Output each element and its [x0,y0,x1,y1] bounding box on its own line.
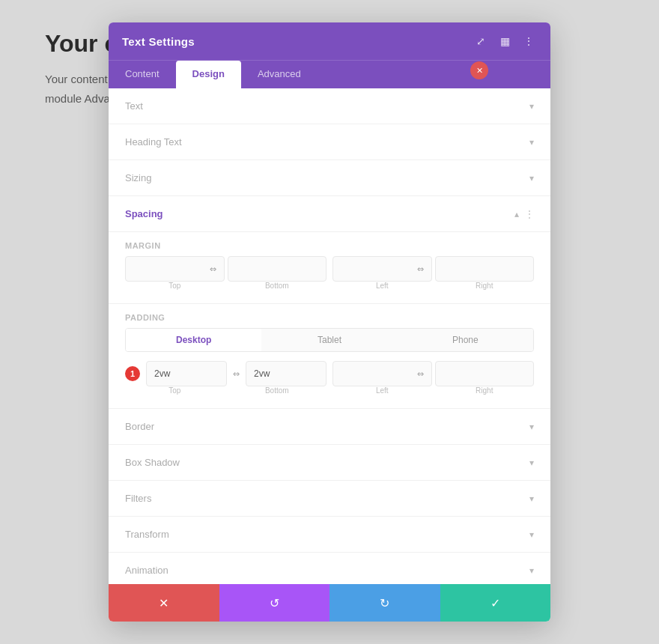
section-animation[interactable]: Animation ▾ [109,553,550,584]
chevron-text: ▾ [529,101,534,112]
modal-title: Text Settings [122,35,195,48]
section-spacing-label: Spacing [125,208,163,219]
columns-icon[interactable]: ▦ [496,33,513,49]
save-button[interactable]: ✓ [440,584,551,622]
padding-left-label: Left [332,386,432,395]
padding-section: Padding Desktop Tablet Phone 1 2vw [109,313,550,409]
tab-content[interactable]: Content [109,61,176,88]
redo-button[interactable]: ↻ [330,584,440,622]
section-filters[interactable]: Filters ▾ [109,481,550,517]
margin-bottom-field[interactable] [228,256,327,282]
margin-bottom-label: Bottom [228,282,327,290]
margin-right-label: Right [435,282,535,290]
close-modal-button[interactable]: ✕ [470,61,488,79]
margin-left-label: Left [332,282,432,290]
margin-top-bottom: ⇔ Top Bottom [125,256,327,290]
margin-top-bottom-inputs: ⇔ [125,256,327,282]
header-icons: ⤢ ▦ ⋮ [473,33,537,49]
reset-button[interactable]: ↺ [219,584,330,622]
margin-lr-labels: Left Right [332,282,534,290]
chevron-filters: ▾ [529,493,534,504]
tab-design[interactable]: Design [176,61,241,88]
modal-footer: ✕ ↺ ↻ ✓ [109,584,550,622]
padding-tb-labels: Top Bottom [125,386,327,395]
margin-left-right: ⇔ Left Right [332,256,534,290]
padding-left-right-inputs: ⇔ [332,361,534,386]
spacing-more-icon[interactable]: ⋮ [525,209,534,219]
padding-bottom-label: Bottom [228,386,327,395]
modal-header: Text Settings ⤢ ▦ ⋮ [109,22,550,60]
section-transform[interactable]: Transform ▾ [109,517,550,553]
section-transform-label: Transform [125,529,169,540]
chevron-animation: ▾ [529,565,534,576]
padding-bottom-field[interactable]: 2vw [246,361,327,386]
section-text[interactable]: Text ▾ [109,88,550,124]
margin-left-right-inputs: ⇔ [332,256,534,282]
chevron-sizing: ▾ [529,173,534,183]
spacing-actions: ▴ ⋮ [514,209,534,219]
device-tabs: Desktop Tablet Phone [125,328,534,352]
padding-badge: 1 [125,366,140,381]
device-tab-tablet[interactable]: Tablet [261,329,397,351]
section-filters-label: Filters [125,493,151,504]
section-border-label: Border [125,421,154,432]
cancel-button[interactable]: ✕ [109,584,219,622]
modal-overlay: ✕ Text Settings ⤢ ▦ ⋮ Content Design Adv… [0,0,659,644]
margin-top-label: Top [125,282,225,290]
margin-tb-labels: Top Bottom [125,282,327,290]
section-spacing-header[interactable]: Spacing ▴ ⋮ [109,196,550,232]
margin-link-tb-icon[interactable]: ⇔ [210,264,216,274]
padding-top-value: 2vw [154,368,170,379]
resize-icon[interactable]: ⤢ [473,33,489,49]
padding-grid: 1 2vw ⇔ 2vw Top Bottom [125,361,534,395]
section-animation-label: Animation [125,565,168,576]
section-border[interactable]: Border ▾ [109,409,550,445]
device-tab-phone[interactable]: Phone [398,329,533,351]
section-heading-text[interactable]: Heading Text ▾ [109,124,550,160]
margin-label: Margin [125,241,534,250]
section-box-shadow-label: Box Shadow [125,457,180,468]
padding-left-field[interactable]: ⇔ [332,361,432,386]
padding-right-label: Right [435,386,535,395]
tab-advanced[interactable]: Advanced [241,61,318,88]
padding-label: Padding [125,313,534,322]
chevron-box-shadow: ▾ [529,458,534,468]
padding-top-bottom: 1 2vw ⇔ 2vw Top Bottom [125,361,327,395]
padding-right-field[interactable] [435,361,535,386]
margin-right-field[interactable] [435,256,535,282]
section-sizing-label: Sizing [125,172,151,183]
margin-top-field[interactable]: ⇔ [125,256,225,282]
padding-top-field[interactable]: 2vw [146,361,227,386]
margin-link-lr-icon[interactable]: ⇔ [417,264,424,274]
section-box-shadow[interactable]: Box Shadow ▾ [109,445,550,481]
chevron-transform: ▾ [529,529,534,540]
modal-body: Text ▾ Heading Text ▾ Sizing ▾ Spacing ▴… [109,88,550,584]
padding-link-icon[interactable]: ⇔ [233,369,240,379]
section-text-label: Text [125,100,143,112]
padding-link-lr-icon[interactable]: ⇔ [417,369,424,379]
more-options-icon[interactable]: ⋮ [520,33,537,49]
padding-bottom-value: 2vw [254,368,270,379]
device-tab-desktop[interactable]: Desktop [126,329,261,351]
margin-left-field[interactable]: ⇔ [332,256,432,282]
chevron-heading-text: ▾ [529,137,534,148]
chevron-border: ▾ [529,422,534,432]
padding-lr-labels: Left Right [332,386,534,395]
padding-top-label: Top [125,386,225,395]
padding-left-right: ⇔ Left Right [332,361,534,395]
padding-top-bottom-inputs: 1 2vw ⇔ 2vw [125,361,327,386]
margin-grid: ⇔ Top Bottom [125,256,534,290]
spacing-section: Margin ⇔ Top Bottom [109,241,550,304]
section-sizing[interactable]: Sizing ▾ [109,160,550,196]
section-heading-text-label: Heading Text [125,136,182,148]
text-settings-modal: Text Settings ⤢ ▦ ⋮ Content Design Advan… [109,22,550,622]
chevron-spacing-up: ▴ [514,209,519,219]
